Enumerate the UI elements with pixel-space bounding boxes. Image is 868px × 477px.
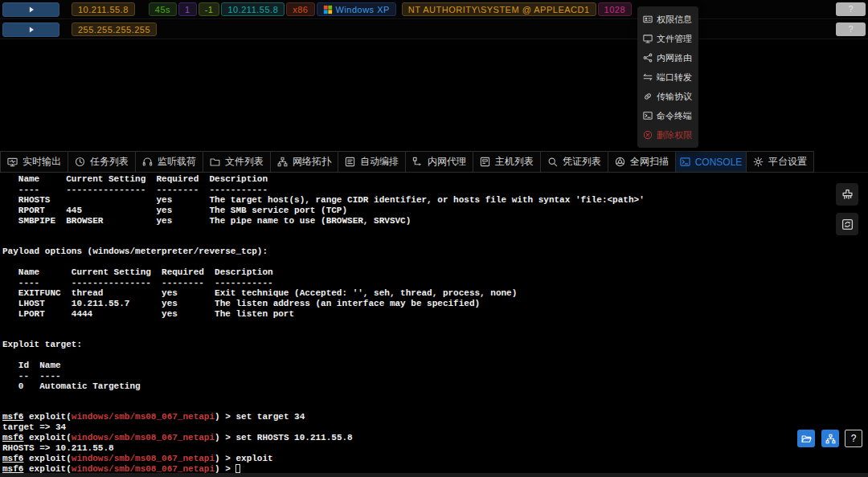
- menu-item-delete-permission[interactable]: 删除权限: [637, 125, 698, 145]
- console-line: [2, 226, 846, 236]
- host-row: 255.255.255.255 ?: [0, 20, 868, 39]
- tab-platform-settings[interactable]: 平台设置: [746, 151, 814, 173]
- console-line: LPORT 4444 yes The listen port: [2, 309, 846, 320]
- host-tag-label: Windows XP: [336, 5, 390, 14]
- host-tag[interactable]: 1028: [598, 2, 632, 16]
- menu-item-label: 传输协议: [657, 91, 692, 103]
- host-tag[interactable]: 10.211.55.8: [221, 2, 285, 16]
- console-output: Name Current Setting Required Descriptio…: [2, 174, 846, 475]
- console-line: ---- --------------- -------- ----------…: [2, 278, 846, 288]
- tab-network-topology[interactable]: 网络拓扑: [270, 151, 338, 173]
- host-tag-label: 255.255.255.255: [78, 25, 150, 35]
- run-button[interactable]: [2, 2, 59, 17]
- link-icon: [643, 92, 653, 101]
- autoscroll-button[interactable]: [836, 213, 858, 235]
- tab-realtime-output[interactable]: 实时输出: [0, 151, 68, 173]
- folder-open-icon: [801, 434, 812, 444]
- orchestrate-icon: [345, 157, 355, 167]
- tab-label: 主机列表: [495, 155, 534, 169]
- host-tag-label: NT AUTHORITY\SYSTEM @ APPLEACD1: [408, 5, 590, 14]
- bottom-scrollbar-track[interactable]: [0, 473, 868, 477]
- menu-item-label: 权限信息: [657, 14, 692, 26]
- clear-icon: [841, 189, 854, 201]
- host-tag-label: -1: [205, 5, 214, 14]
- tab-label: 文件列表: [225, 155, 264, 169]
- console-line: SMBPIPE BROWSER yes The pipe name to use…: [2, 216, 846, 226]
- realtime-icon: [7, 157, 18, 167]
- hostlist-icon: [480, 157, 490, 167]
- help-button[interactable]: ?: [836, 2, 866, 16]
- console-line: msf6 exploit(windows/smb/ms08_067_netapi…: [2, 412, 846, 422]
- desktop-icon: [643, 34, 653, 43]
- run-button[interactable]: [2, 22, 59, 37]
- host-tag-label: 10.211.55.8: [227, 5, 278, 14]
- tab-credential-list[interactable]: 凭证列表: [540, 151, 608, 173]
- host-tag[interactable]: Windows XP: [317, 2, 396, 16]
- console-line: target => 34: [2, 422, 846, 433]
- host-tags: 10.211.55.845s1-110.211.55.8x86Windows X…: [72, 2, 632, 16]
- menu-item-label: 命令终端: [657, 110, 692, 122]
- host-tag-label: 1028: [604, 5, 625, 14]
- clear-screen-button[interactable]: [836, 183, 858, 206]
- host-tag-label: 10.211.55.8: [78, 5, 129, 14]
- console-line: [2, 402, 846, 413]
- help-button[interactable]: ?: [836, 22, 866, 36]
- console-line: [2, 392, 846, 402]
- folder-icon: [210, 157, 220, 167]
- console-line: RHOSTS => 10.211.55.8: [2, 443, 846, 454]
- menu-item-permission-info[interactable]: 权限信息: [637, 10, 698, 29]
- tab-label: 自动编排: [360, 155, 399, 169]
- menu-item-intranet-route[interactable]: 内网路由: [637, 48, 698, 67]
- gear-icon: [753, 157, 764, 167]
- swap-icon: [643, 72, 653, 82]
- tab-task-list[interactable]: 任务列表: [68, 151, 136, 173]
- tab-intranet-proxy[interactable]: 内网代理: [405, 151, 473, 173]
- sessions-topology-button[interactable]: [821, 430, 839, 447]
- console-line: LHOST 10.211.55.7 yes The listen address…: [2, 299, 846, 309]
- host-tag-label: x86: [293, 5, 308, 14]
- host-tag[interactable]: 45s: [149, 2, 177, 16]
- console-help-button[interactable]: ?: [845, 430, 862, 447]
- windows-logo-icon: [323, 5, 333, 14]
- proxy-icon: [412, 157, 423, 167]
- tab-auto-orchestrate[interactable]: 自动编排: [338, 151, 406, 173]
- menu-item-transfer-protocol[interactable]: 传输协议: [637, 87, 698, 106]
- tab-host-list[interactable]: 主机列表: [473, 151, 541, 173]
- menu-item-port-forward[interactable]: 端口转发: [637, 67, 698, 87]
- tab-label: 网络拓扑: [293, 155, 331, 169]
- console-line: ---- --------------- -------- ----------…: [2, 185, 846, 195]
- menu-item-label: 端口转发: [657, 71, 692, 84]
- tab-label: 监听载荷: [158, 155, 196, 169]
- console-line: msf6 exploit(windows/smb/ms08_067_netapi…: [2, 454, 846, 464]
- topology-icon: [825, 434, 836, 444]
- console-line: RHOSTS yes The target host(s), range CID…: [2, 195, 846, 206]
- tab-label: 平台设置: [768, 155, 807, 169]
- host-tag-label: 1: [185, 5, 190, 14]
- tab-console[interactable]: CONSOLE: [675, 151, 747, 173]
- host-tag[interactable]: -1: [199, 2, 220, 16]
- tab-file-list[interactable]: 文件列表: [203, 151, 271, 173]
- host-tag[interactable]: x86: [286, 2, 314, 16]
- share-icon: [643, 53, 653, 63]
- open-folder-button[interactable]: [797, 430, 815, 447]
- host-tags: 255.255.255.255: [72, 22, 157, 36]
- play-icon: [27, 25, 36, 35]
- menu-item-file-manager[interactable]: 文件管理: [637, 29, 698, 48]
- menu-item-label: 文件管理: [657, 33, 692, 45]
- host-tag[interactable]: 255.255.255.255: [72, 22, 157, 36]
- tab-listener-payload[interactable]: 监听载荷: [135, 151, 203, 173]
- console-line: Exploit target:: [2, 340, 846, 350]
- host-tag[interactable]: 10.211.55.8: [72, 2, 135, 16]
- menu-item-command-terminal[interactable]: 命令终端: [637, 106, 698, 125]
- console-line: -- ----: [2, 371, 846, 381]
- host-tag[interactable]: NT AUTHORITY\SYSTEM @ APPLEACD1: [402, 2, 596, 16]
- scan-icon: [615, 157, 625, 167]
- console-line: EXITFUNC thread yes Exit technique (Acce…: [2, 288, 846, 299]
- menu-item-label: 删除权限: [657, 129, 692, 141]
- clock-icon: [75, 157, 85, 167]
- tab-network-scan[interactable]: 全网扫描: [608, 151, 676, 173]
- tab-label: 凭证列表: [563, 155, 601, 169]
- host-tag[interactable]: 1: [178, 2, 197, 16]
- console-line: [2, 236, 846, 247]
- app-window: 10.211.55.845s1-110.211.55.8x86Windows X…: [0, 0, 868, 477]
